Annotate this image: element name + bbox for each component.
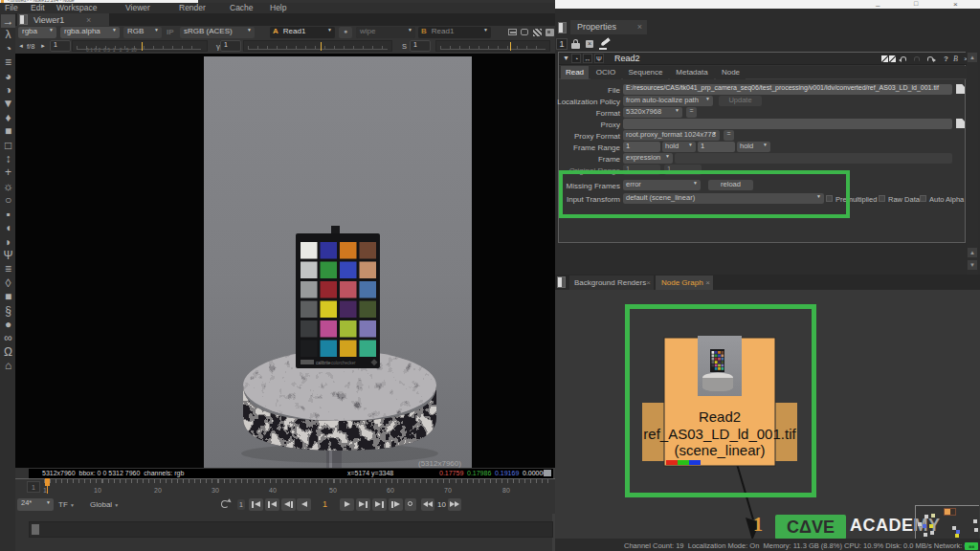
svg-text:(5312x7960): (5312x7960)	[418, 459, 461, 468]
svg-text:calibrite: calibrite	[316, 361, 331, 365]
svg-text:colorchecker: colorchecker	[331, 361, 356, 365]
